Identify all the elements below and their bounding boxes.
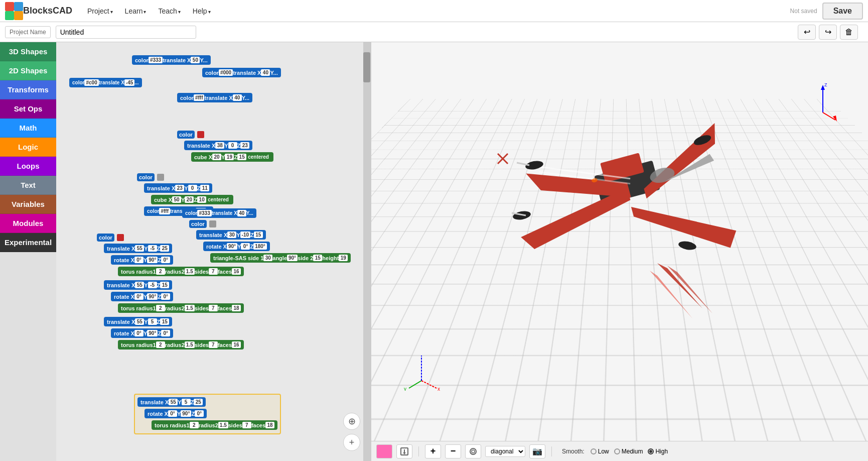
help-caret-icon: ▾ xyxy=(208,9,211,15)
logo-text: BlocksCAD xyxy=(23,6,72,16)
redo-button[interactable]: ↪ xyxy=(819,25,837,40)
view-select[interactable]: diagonal top front side xyxy=(485,446,525,457)
sidebar-item-variables[interactable]: Variables xyxy=(0,195,56,214)
camera-button[interactable]: 📷 xyxy=(529,444,545,458)
sidebar-item-2dshapes[interactable]: 2D Shapes xyxy=(0,61,56,80)
svg-marker-12 xyxy=(516,188,636,252)
smooth-medium[interactable]: Medium xyxy=(614,448,643,455)
project-name-label: Project Name xyxy=(5,26,51,38)
svg-rect-3 xyxy=(14,11,23,20)
zoom-out-vp-button[interactable]: − xyxy=(445,444,461,458)
nav-help[interactable]: Help▾ xyxy=(188,5,216,17)
learn-caret-icon: ▾ xyxy=(143,9,146,15)
xwing-model xyxy=(442,67,833,379)
block-group-4: color #fff translate X 40 Y... xyxy=(177,92,253,104)
export-icon xyxy=(400,447,408,455)
undo-button[interactable]: ↩ xyxy=(798,25,816,40)
sidebar-item-setops[interactable]: Set Ops xyxy=(0,99,56,119)
toolbar-buttons: ↩ ↪ 🗑 xyxy=(798,25,858,40)
svg-text:y: y xyxy=(404,386,406,391)
svg-line-30 xyxy=(823,112,835,120)
svg-point-40 xyxy=(472,450,475,453)
nav-right: Not saved Save xyxy=(790,3,863,20)
smooth-high[interactable]: High xyxy=(648,448,668,455)
nav-learn[interactable]: Learn▾ xyxy=(120,5,152,17)
sidebar-item-3dshapes[interactable]: 3D Shapes xyxy=(0,42,56,61)
smooth-low[interactable]: Low xyxy=(591,448,609,455)
logo: BlocksCAD xyxy=(5,2,72,20)
zoom-out-button[interactable]: + xyxy=(343,434,360,451)
nav-teach[interactable]: Teach▾ xyxy=(153,5,185,17)
color-pick-button[interactable] xyxy=(376,444,392,458)
camera-icon: 📷 xyxy=(532,446,542,456)
delete-button[interactable]: 🗑 xyxy=(840,25,858,40)
svg-text:Z: Z xyxy=(824,82,827,87)
svg-marker-13 xyxy=(632,123,729,198)
smooth-medium-radio[interactable] xyxy=(614,448,620,454)
second-row: Project Name ↩ ↪ 🗑 xyxy=(0,22,868,42)
workspace-inner: color #333 translate X 50 Y... color #00… xyxy=(56,42,370,461)
zoom-in-vp-button[interactable]: + xyxy=(425,444,441,458)
block-group-8: color translate X 55 Y -5 Z 25 rotate X … xyxy=(96,233,244,351)
svg-point-39 xyxy=(470,448,476,454)
workspace-scrollbar[interactable] xyxy=(363,42,370,461)
separator xyxy=(418,446,419,456)
reset-icon xyxy=(469,447,477,455)
color-pick-icon xyxy=(380,447,388,455)
block-group-1: color #333 translate X 50 Y... xyxy=(131,55,211,66)
blocks-area[interactable]: color #333 translate X 50 Y... color #00… xyxy=(56,42,370,461)
axis-indicator: Z xyxy=(808,82,838,123)
save-status: Not saved xyxy=(790,8,817,15)
teach-caret-icon: ▾ xyxy=(178,9,181,15)
block-group-5: color translate X 38 Y 0 Z 23 cube X 20 … xyxy=(177,130,274,163)
svg-point-20 xyxy=(678,240,697,251)
smooth-label: Smooth: xyxy=(562,448,585,455)
smooth-high-radio[interactable] xyxy=(648,448,654,454)
sidebar-item-experimental[interactable]: Experimental xyxy=(0,233,56,252)
export-button[interactable] xyxy=(396,444,412,458)
svg-marker-27 xyxy=(650,271,692,318)
logo-icon xyxy=(5,2,23,20)
svg-text:x: x xyxy=(438,386,440,391)
x-marker xyxy=(497,153,509,165)
sidebar: 3D Shapes 2D Shapes Transforms Set Ops M… xyxy=(0,42,56,461)
svg-line-5 xyxy=(421,381,437,388)
sidebar-item-logic[interactable]: Logic xyxy=(0,138,56,157)
save-button[interactable]: Save xyxy=(822,3,863,20)
smooth-low-radio[interactable] xyxy=(591,448,597,454)
workspace: color #333 translate X 50 Y... color #00… xyxy=(56,42,371,461)
block-group-selected: translate X 55 Y 5 Z 25 rotate X 0° Y 90… xyxy=(134,394,281,434)
block-group-3: color #c00 translate X -45... xyxy=(69,77,142,89)
workspace-controls: ⊕ + xyxy=(343,413,360,451)
svg-marker-38 xyxy=(403,452,406,454)
project-caret-icon: ▾ xyxy=(110,9,113,15)
block-group-2: color #000 translate X 40 Y... xyxy=(202,67,281,79)
scrollbar-thumb xyxy=(363,52,370,82)
reset-view-button[interactable] xyxy=(465,444,481,458)
sidebar-item-transforms[interactable]: Transforms xyxy=(0,80,56,99)
nav-menu: Project▾ Learn▾ Teach▾ Help▾ xyxy=(82,5,790,17)
svg-rect-0 xyxy=(5,2,14,11)
svg-rect-1 xyxy=(14,2,23,11)
viewport: y x xyxy=(371,42,868,461)
center-view-button[interactable]: ⊕ xyxy=(343,413,360,430)
svg-marker-26 xyxy=(667,266,712,313)
svg-line-4 xyxy=(409,381,421,388)
viewport-canvas: y x xyxy=(371,42,868,441)
axes-overlay: y x xyxy=(401,351,442,391)
sidebar-item-text[interactable]: Text xyxy=(0,176,56,195)
separator2 xyxy=(551,446,552,456)
sidebar-item-modules[interactable]: Modules xyxy=(0,214,56,233)
smooth-options: Low Medium High xyxy=(591,448,668,455)
sidebar-item-math[interactable]: Math xyxy=(0,119,56,138)
svg-rect-2 xyxy=(5,11,14,20)
project-title-input[interactable] xyxy=(56,26,196,39)
sidebar-item-loops[interactable]: Loops xyxy=(0,157,56,176)
nav-project[interactable]: Project▾ xyxy=(82,5,118,17)
viewport-toolbar: + − diagonal top front side 📷 Smooth: xyxy=(371,441,868,461)
